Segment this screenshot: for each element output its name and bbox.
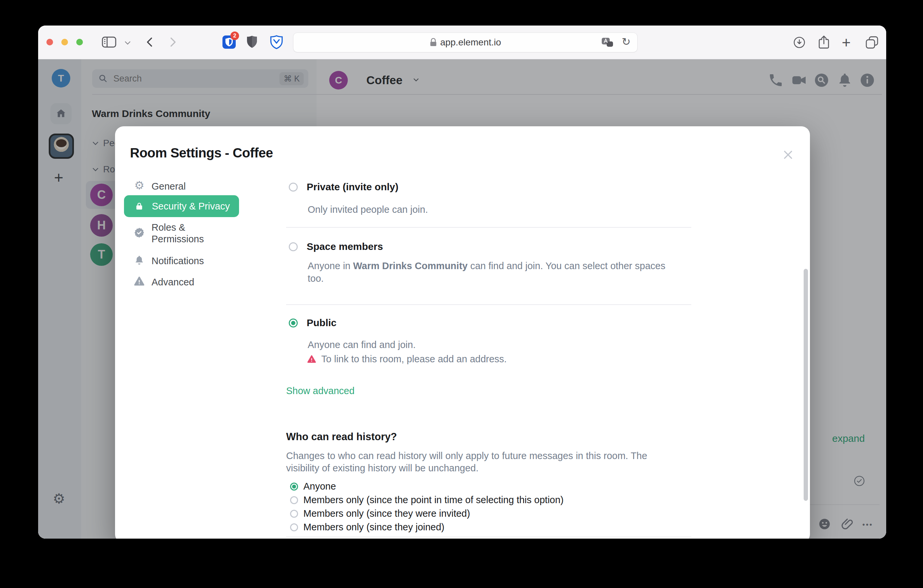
zoom-window-button[interactable]: [76, 39, 83, 45]
address-warning: To link to this room, please add an addr…: [307, 354, 507, 365]
desc-prefix: Anyone in: [308, 261, 353, 271]
private-option-description: Only invited people can join.: [308, 203, 428, 216]
share-button[interactable]: [818, 35, 830, 49]
space-members-option-title[interactable]: Space members: [307, 241, 383, 252]
history-option-members-invited[interactable]: Members only (since they were invited): [290, 507, 563, 521]
history-description: Changes to who can read history will onl…: [286, 450, 677, 474]
address-bar[interactable]: app.element.io ↻: [293, 33, 637, 53]
divider: [286, 227, 691, 228]
history-option-anyone[interactable]: Anyone: [290, 480, 563, 493]
downloads-button[interactable]: [793, 36, 805, 48]
radio-space-members[interactable]: [289, 242, 298, 251]
reload-icon[interactable]: ↻: [622, 36, 631, 48]
safari-window: 2 app.element.io ↻ + T + ⚙: [38, 26, 886, 539]
bell-icon: [134, 255, 145, 266]
radio-private[interactable]: [289, 182, 298, 192]
general-tab-gear-icon: ⚙: [134, 179, 144, 192]
history-options: Anyone Members only (since the point in …: [290, 480, 563, 534]
private-option-title[interactable]: Private (invite only): [307, 181, 399, 192]
tab-general[interactable]: General: [151, 181, 186, 192]
close-window-button[interactable]: [46, 39, 53, 45]
sidebar-menu-chevron-icon[interactable]: [125, 41, 131, 45]
tab-roles-permissions[interactable]: Roles & Permissions: [151, 222, 235, 245]
shield-v-extension-button[interactable]: [270, 35, 283, 49]
space-name-bold: Warm Drinks Community: [353, 261, 468, 271]
warning-text: To link to this room, please add an addr…: [321, 354, 507, 365]
roles-badge-icon: [134, 227, 145, 238]
translate-icon[interactable]: [601, 38, 613, 48]
option-label: Members only (since they joined): [303, 522, 445, 533]
tab-overview-button[interactable]: [865, 36, 879, 49]
browser-toolbar: 2 app.element.io ↻ +: [38, 26, 886, 59]
divider: [286, 304, 691, 305]
adguard-extension-button[interactable]: [247, 36, 257, 49]
history-heading: Who can read history?: [286, 431, 397, 443]
radio-anyone[interactable]: [290, 483, 298, 491]
show-advanced-link[interactable]: Show advanced: [286, 386, 355, 396]
radio-members-joined[interactable]: [290, 523, 298, 531]
radio-public[interactable]: [289, 319, 298, 327]
space-members-option-description: Anyone in Warm Drinks Community can find…: [308, 260, 672, 285]
room-settings-dialog: Room Settings - Coffee ⚙ General Securit…: [115, 126, 810, 539]
element-app: T + ⚙ ⌘ K Warm Drinks Community People: [38, 59, 886, 539]
warning-triangle-icon: [307, 355, 317, 364]
tab-notifications[interactable]: Notifications: [151, 256, 204, 266]
option-label: Members only (since they were invited): [303, 508, 470, 519]
option-label: Anyone: [303, 481, 336, 492]
option-label: Members only (since the point in time of…: [303, 494, 563, 506]
tab-label: Security & Privacy: [152, 201, 230, 212]
minimize-window-button[interactable]: [61, 39, 68, 45]
divider: [286, 537, 691, 537]
new-tab-button[interactable]: +: [842, 33, 851, 51]
lock-icon: [135, 201, 144, 211]
public-option-title[interactable]: Public: [307, 317, 337, 328]
dialog-title: Room Settings - Coffee: [130, 146, 273, 161]
history-option-members-selecting[interactable]: Members only (since the point in time of…: [290, 493, 563, 507]
public-option-description: Anyone can find and join.: [308, 338, 416, 351]
warning-triangle-icon: [133, 276, 145, 287]
sidebar-toggle-icon[interactable]: [102, 36, 117, 48]
modal-scrollbar[interactable]: [804, 269, 808, 501]
lock-icon: [430, 38, 437, 47]
back-button[interactable]: [146, 37, 153, 47]
tab-security-privacy[interactable]: Security & Privacy: [124, 195, 239, 217]
url-text: app.element.io: [440, 37, 501, 48]
radio-members-invited[interactable]: [290, 510, 298, 518]
radio-members-selecting[interactable]: [290, 496, 298, 504]
tab-advanced[interactable]: Advanced: [151, 277, 194, 288]
history-option-members-joined[interactable]: Members only (since they joined): [290, 521, 563, 534]
close-icon[interactable]: [782, 149, 794, 161]
forward-button[interactable]: [169, 37, 177, 47]
screen: 2 app.element.io ↻ + T + ⚙: [0, 0, 923, 588]
bitwarden-extension-button[interactable]: 2: [222, 36, 236, 49]
extension-badge: 2: [230, 31, 239, 40]
